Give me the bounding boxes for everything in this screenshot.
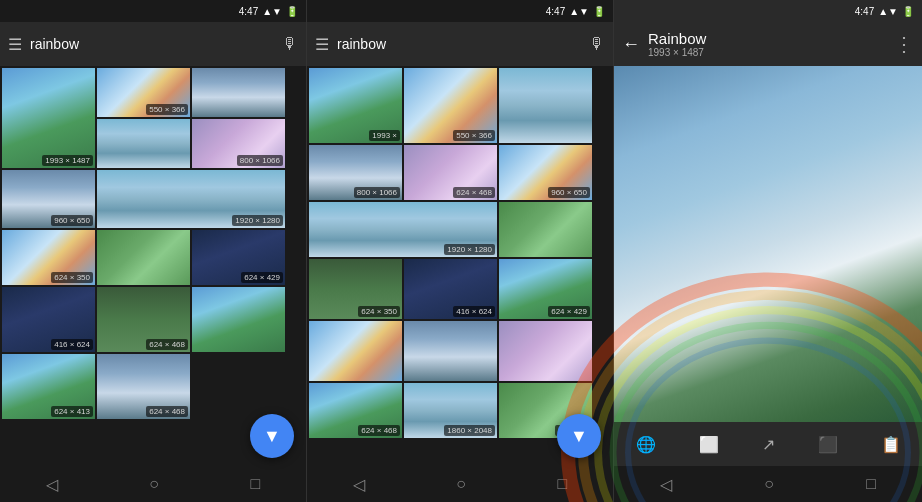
menu-icon-1[interactable]: ☰ xyxy=(8,35,22,54)
grid-row-4: 624 × 413 624 × 468 xyxy=(2,354,304,419)
grid-cell-2-2[interactable]: 624 × 429 xyxy=(192,230,285,285)
status-time-2: 4:47 xyxy=(546,6,565,17)
filter-fab-1[interactable]: ▼ xyxy=(250,414,294,458)
home-nav-3[interactable]: ○ xyxy=(764,475,774,493)
grid-row-1: 960 × 650 1920 × 1280 xyxy=(2,170,304,228)
grid-cell2-1-1[interactable]: 624 × 468 xyxy=(404,145,497,200)
globe-icon[interactable]: 🌐 xyxy=(636,435,656,454)
dim-label2-0-0: 1993 × xyxy=(369,130,400,141)
dim-label-0-4: 800 × 1066 xyxy=(237,155,283,166)
grid-cell-0-3[interactable] xyxy=(192,68,285,117)
grid-row2-4 xyxy=(309,321,611,381)
grid-cell2-2-0[interactable]: 1920 × 1280 xyxy=(309,202,497,257)
grid-cell-3-1[interactable]: 624 × 468 xyxy=(97,287,190,352)
nav-bar-1: ◁ ○ □ xyxy=(0,466,306,502)
grid-cell2-3-0[interactable]: 624 × 350 xyxy=(309,259,402,319)
grid-cell-0-4[interactable]: 800 × 1066 xyxy=(192,119,285,168)
detail-action-bar: 🌐 ⬜ ↗ ⬛ 📋 xyxy=(614,422,922,466)
grid-cell-4-1[interactable]: 624 × 468 xyxy=(97,354,190,419)
grid-cell2-4-1[interactable] xyxy=(404,321,497,381)
status-bar-1: 4:47 ▲▼ 🔋 xyxy=(0,0,306,22)
dim-label-2-2: 624 × 429 xyxy=(241,272,283,283)
back-nav-1[interactable]: ◁ xyxy=(46,475,58,494)
search-bar-1: ☰ 🎙 xyxy=(0,22,306,66)
filter-icon-1: ▼ xyxy=(263,426,281,447)
dim-label2-1-1: 624 × 468 xyxy=(453,187,495,198)
dim-label-0-1: 550 × 366 xyxy=(146,104,188,115)
grid-cell-4-0[interactable]: 624 × 413 xyxy=(2,354,95,419)
image-icon[interactable]: ⬜ xyxy=(699,435,719,454)
grid-row-3: 416 × 624 624 × 468 xyxy=(2,287,304,352)
detail-image xyxy=(614,66,922,422)
save-icon[interactable]: ⬛ xyxy=(818,435,838,454)
recents-nav-1[interactable]: □ xyxy=(251,475,261,493)
signal-icon-1: ▲▼ xyxy=(262,6,282,17)
home-nav-1[interactable]: ○ xyxy=(149,475,159,493)
grid-cell2-4-0[interactable] xyxy=(309,321,402,381)
recents-nav-3[interactable]: □ xyxy=(866,475,876,493)
mic-icon-1[interactable]: 🎙 xyxy=(282,35,298,53)
share-icon[interactable]: ↗ xyxy=(762,435,775,454)
home-nav-2[interactable]: ○ xyxy=(456,475,466,493)
menu-icon-2[interactable]: ☰ xyxy=(315,35,329,54)
grid-cell2-1-0[interactable]: 800 × 1066 xyxy=(309,145,402,200)
grid-row-0: 1993 × 1487 550 × 366 800 × 1066 xyxy=(2,68,304,168)
grid-cell-3-2[interactable] xyxy=(192,287,285,352)
status-time-1: 4:47 xyxy=(239,6,258,17)
filter-icon-2: ▼ xyxy=(570,426,588,447)
dim-label2-5-1: 1860 × 2048 xyxy=(444,425,495,436)
back-nav-2[interactable]: ◁ xyxy=(353,475,365,494)
phone-1: 4:47 ▲▼ 🔋 ☰ 🎙 1993 × 1487 550 × 366 800 xyxy=(0,0,307,502)
dim-label2-1-0: 800 × 1066 xyxy=(354,187,400,198)
dim-label-2-0: 624 × 350 xyxy=(51,272,93,283)
dim-label-0-0: 1993 × 1487 xyxy=(42,155,93,166)
grid-cell-0-2[interactable] xyxy=(97,119,190,168)
grid-cell2-5-0[interactable]: 624 × 468 xyxy=(309,383,402,438)
dim-label2-2-0: 1920 × 1280 xyxy=(444,244,495,255)
grid-cell2-5-1[interactable]: 1860 × 2048 xyxy=(404,383,497,438)
search-input-2[interactable] xyxy=(337,36,581,52)
dim-label-4-1: 624 × 468 xyxy=(146,406,188,417)
grid-cell2-3-2[interactable]: 624 × 429 xyxy=(499,259,592,319)
grid-cell-0-1[interactable]: 550 × 366 xyxy=(97,68,190,117)
grid-cell-1-0[interactable]: 960 × 650 xyxy=(2,170,95,228)
grid-cell2-0-1[interactable]: 550 × 366 xyxy=(404,68,497,143)
grid-cell-2-0[interactable]: 624 × 350 xyxy=(2,230,95,285)
dim-label2-3-0: 624 × 350 xyxy=(358,306,400,317)
dim-label-1-1: 1920 × 1280 xyxy=(232,215,283,226)
dim-label-3-0: 416 × 624 xyxy=(51,339,93,350)
nav-bar-3: ◁ ○ □ xyxy=(614,466,922,502)
dim-label2-0-1: 550 × 366 xyxy=(453,130,495,141)
grid-cell-3-0[interactable]: 416 × 624 xyxy=(2,287,95,352)
battery-icon-1: 🔋 xyxy=(286,6,298,17)
grid-cell2-3-1[interactable]: 416 × 624 xyxy=(404,259,497,319)
dim-label-4-0: 624 × 413 xyxy=(51,406,93,417)
search-input-1[interactable] xyxy=(30,36,274,52)
status-bar-2: 4:47 ▲▼ 🔋 xyxy=(307,0,613,22)
phone-3-detail: 4:47 ▲▼ 🔋 ← Rainbow 1993 × 1487 ⋮ 🌐 ⬜ ↗ … xyxy=(614,0,922,502)
dim-label2-3-1: 416 × 624 xyxy=(453,306,495,317)
grid-row2-3: 624 × 350 416 × 624 624 × 429 xyxy=(309,259,611,319)
grid-cell-1-1[interactable]: 1920 × 1280 xyxy=(97,170,285,228)
grid-cell2-0-0[interactable]: 1993 × xyxy=(309,68,402,143)
grid-cell-0-0[interactable]: 1993 × 1487 xyxy=(2,68,95,168)
dim-label2-5-0: 624 × 468 xyxy=(358,425,400,436)
dim-label2-3-2: 624 × 429 xyxy=(548,306,590,317)
rainbow-arc-svg xyxy=(614,66,922,422)
more-icon[interactable]: 📋 xyxy=(881,435,901,454)
grid-row2-2: 1920 × 1280 xyxy=(309,202,611,257)
image-grid-1: 1993 × 1487 550 × 366 800 × 1066 960 × 6… xyxy=(0,66,306,466)
grid-cell-2-1[interactable] xyxy=(97,230,190,285)
back-nav-3[interactable]: ◁ xyxy=(660,475,672,494)
grid-row-2: 624 × 350 624 × 429 xyxy=(2,230,304,285)
dim-label-1-0: 960 × 650 xyxy=(51,215,93,226)
grid-cell2-4-2[interactable] xyxy=(499,321,592,381)
dim-label-3-1: 624 × 468 xyxy=(146,339,188,350)
filter-fab-2[interactable]: ▼ xyxy=(557,414,601,458)
